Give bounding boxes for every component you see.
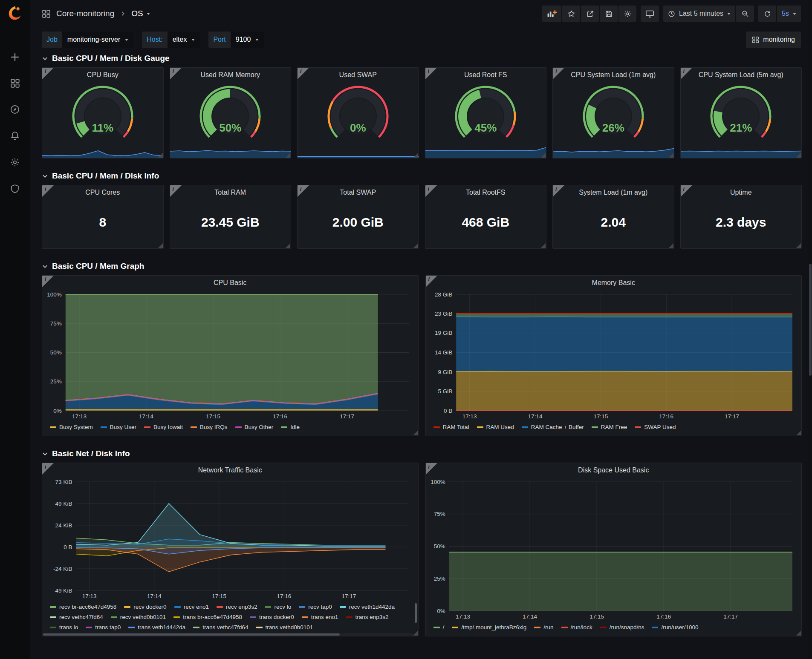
legend-item[interactable]: recv eno1 (174, 602, 209, 612)
legend-item[interactable]: RAM Used (477, 422, 514, 432)
panel-resize-handle[interactable] (669, 153, 673, 158)
panel-resize-handle[interactable] (413, 153, 418, 158)
page-scrollbar[interactable] (809, 0, 812, 659)
panel-info-corner[interactable] (553, 185, 564, 197)
panel-info-corner[interactable] (553, 68, 564, 79)
panel-resize-handle[interactable] (796, 431, 801, 435)
scrollbar-thumb[interactable] (809, 264, 812, 376)
panel-title[interactable]: CPU Cores (42, 185, 163, 200)
panel-title[interactable]: Memory Basic (426, 276, 802, 290)
panel-resize-handle[interactable] (286, 243, 290, 248)
cycle-view-mode-button[interactable] (641, 6, 659, 22)
panel-info-corner[interactable] (298, 68, 309, 79)
legend-item[interactable]: recv enp3s2 (217, 602, 257, 612)
legend-item[interactable]: Idle (281, 422, 300, 432)
panel-info-corner[interactable] (681, 185, 692, 197)
legend-item[interactable]: trans docker0 (250, 612, 294, 622)
legend-item[interactable]: RAM Cache + Buffer (522, 422, 584, 432)
panel-info-corner[interactable] (426, 463, 437, 475)
refresh-interval-picker[interactable]: 5s (777, 6, 801, 22)
add-panel-button[interactable] (542, 6, 561, 22)
legend-item[interactable]: /run (534, 622, 553, 632)
section-header[interactable]: Basic CPU / Mem / Disk Gauge (42, 54, 802, 63)
legend-item[interactable]: recv veth1d442da (340, 602, 395, 612)
legend-item[interactable]: / (433, 622, 445, 632)
panel-title[interactable]: Disk Space Used Basic (426, 463, 802, 478)
sidebar-item-configuration[interactable] (10, 157, 20, 167)
legend-scrollbar-thumb[interactable] (415, 603, 417, 623)
panel-title[interactable]: Network Traffic Basic (42, 463, 418, 478)
zoom-out-button[interactable] (736, 6, 754, 22)
legend-item[interactable]: recv br-acc6e47d4958 (50, 602, 116, 612)
save-dashboard-button[interactable] (600, 6, 618, 22)
legend-item[interactable]: Busy User (101, 422, 136, 432)
panel-info-corner[interactable] (298, 185, 309, 197)
legend-item[interactable]: /run/user/1000 (652, 622, 698, 632)
legend-item[interactable]: RAM Free (592, 422, 627, 432)
panel-resize-handle[interactable] (796, 243, 801, 248)
panel-title[interactable]: CPU System Load (5m avg) (681, 68, 802, 82)
panel-title[interactable]: Total RAM (170, 185, 291, 200)
time-range-picker[interactable]: Last 5 minutes (663, 6, 735, 22)
panel-title[interactable]: Used Root FS (425, 68, 546, 82)
panel-title[interactable]: System Load (1m avg) (553, 185, 674, 200)
share-dashboard-button[interactable] (581, 6, 599, 22)
panel-info-corner[interactable] (681, 68, 692, 79)
sidebar-item-alerting[interactable] (10, 131, 20, 141)
panel-info-corner[interactable] (425, 185, 437, 197)
legend-item[interactable]: SWAP Used (635, 422, 676, 432)
scrollbar-thumb[interactable] (43, 633, 340, 636)
panel-info-corner[interactable] (170, 185, 182, 197)
panel-title[interactable]: CPU System Load (1m avg) (553, 68, 674, 82)
panel-title[interactable]: CPU Basic (42, 276, 418, 290)
legend-item[interactable]: trans vethc47fd64 (193, 622, 248, 632)
panel-info-corner[interactable] (42, 276, 54, 287)
panel-resize-handle[interactable] (158, 243, 163, 248)
sidebar-item-dashboards[interactable] (10, 78, 20, 88)
panel-resize-handle[interactable] (413, 631, 418, 636)
legend-item[interactable]: recv vethc47fd64 (50, 612, 103, 622)
legend-item[interactable]: /run/snapd/ns (600, 622, 644, 632)
legend-item[interactable]: Busy Other (235, 422, 274, 432)
panel-resize-handle[interactable] (413, 243, 418, 248)
legend-item[interactable]: trans veth1d442da (128, 622, 185, 632)
legend-item[interactable]: /tmp/.mount_jetbraBz6xlg (452, 622, 526, 632)
variable-port-dropdown[interactable]: 9100 (231, 32, 264, 48)
breadcrumb-folder[interactable]: Core-monitoring (56, 9, 114, 18)
legend-item[interactable]: recv vethd0b0101 (111, 612, 166, 622)
panel-resize-handle[interactable] (669, 243, 673, 248)
panel-resize-handle[interactable] (541, 153, 546, 158)
section-header[interactable]: Basic CPU / Mem / Disk Info (42, 171, 802, 181)
monitoring-link[interactable]: monitoring (746, 32, 801, 48)
legend-item[interactable]: trans enp3s2 (346, 612, 389, 622)
panel-resize-handle[interactable] (286, 153, 290, 158)
legend-item[interactable]: trans vethd0b0101 (256, 622, 313, 632)
section-header[interactable]: Basic Net / Disk Info (42, 449, 802, 458)
variable-host-dropdown[interactable]: eltex (168, 32, 200, 48)
panel-info-corner[interactable] (425, 68, 437, 79)
panel-title[interactable]: CPU Busy (42, 68, 163, 82)
panel-info-corner[interactable] (42, 68, 54, 79)
legend-item[interactable]: trans eno1 (302, 612, 338, 622)
sidebar-item-server-admin[interactable] (10, 184, 20, 194)
legend-item[interactable]: trans lo (50, 622, 78, 632)
variable-job-dropdown[interactable]: monitoring-server (62, 32, 133, 48)
legend-item[interactable]: Busy IRQs (191, 422, 228, 432)
panel-resize-handle[interactable] (413, 431, 418, 435)
legend-item[interactable]: recv lo (265, 602, 291, 612)
legend-item[interactable]: Busy System (50, 422, 93, 432)
dashboard-settings-button[interactable] (618, 6, 636, 22)
panel-title[interactable]: Used RAM Memory (170, 68, 291, 82)
legend-item[interactable]: RAM Total (433, 422, 469, 432)
refresh-button[interactable] (758, 6, 776, 22)
legend-item[interactable]: recv tap0 (299, 602, 332, 612)
panel-resize-handle[interactable] (158, 153, 163, 158)
section-header[interactable]: Basic CPU / Mem Graph (42, 262, 802, 271)
legend-item[interactable]: Busy Iowait (144, 422, 183, 432)
legend-item[interactable]: recv docker0 (124, 602, 166, 612)
panel-title[interactable]: Total RootFS (425, 185, 546, 200)
sidebar-item-explore[interactable] (10, 104, 20, 115)
panel-title[interactable]: Used SWAP (298, 68, 419, 82)
panel-info-corner[interactable] (426, 276, 437, 287)
legend-item[interactable]: trans tap0 (86, 622, 121, 632)
